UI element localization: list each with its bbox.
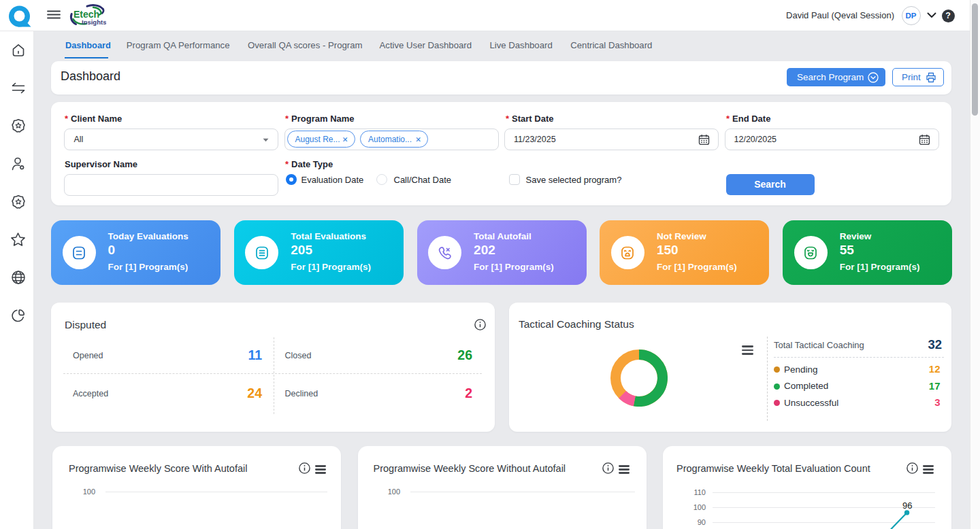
- svg-text:Insights: Insights: [82, 18, 106, 26]
